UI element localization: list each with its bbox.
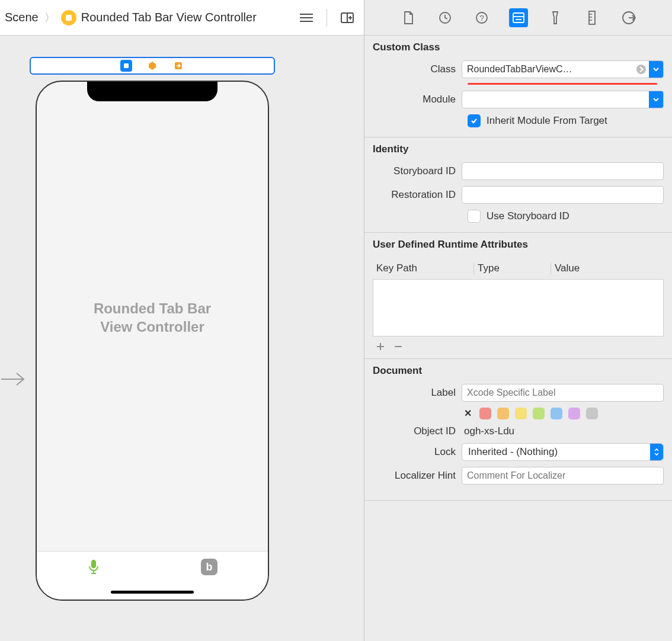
module-label: Module: [373, 94, 462, 105]
custom-class-title: Custom Class: [373, 41, 664, 53]
inspector-pane: ? Custom Class Class RoundedTabB: [364, 0, 672, 641]
localizer-hint-input[interactable]: [462, 467, 664, 485]
lock-select[interactable]: Inherited - (Nothing): [462, 443, 664, 461]
chevron-right-icon: 〉: [43, 11, 56, 25]
entry-point-arrow-icon: [1, 370, 26, 390]
lock-label: Lock: [373, 446, 462, 458]
use-storyboard-id-checkbox[interactable]: [468, 210, 481, 223]
class-underline-annotation: [468, 83, 657, 85]
restoration-id-label: Restoration ID: [373, 189, 462, 201]
svg-rect-8: [124, 63, 129, 68]
identity-inspector-tab[interactable]: [509, 8, 528, 27]
object-id-label: Object ID: [373, 425, 462, 437]
document-label-label: Label: [373, 387, 462, 399]
color-swatch-red[interactable]: [479, 408, 491, 419]
inherit-module-label: Inherit Module From Target: [487, 115, 607, 127]
scene-header[interactable]: [30, 57, 275, 75]
class-dropdown-button[interactable]: [649, 61, 663, 78]
color-swatch-blue[interactable]: [551, 408, 562, 419]
attributes-inspector-tab[interactable]: [546, 8, 565, 27]
device-frame[interactable]: Rounded Tab Bar View Controller b: [36, 81, 269, 601]
color-swatch-orange[interactable]: [497, 408, 509, 419]
document-label-input[interactable]: [462, 384, 664, 402]
udra-add-button[interactable]: [375, 341, 386, 354]
view-controller-placeholder-label: Rounded Tab Bar View Controller: [37, 299, 268, 336]
svg-text:?: ?: [479, 14, 484, 23]
color-swatch-purple[interactable]: [568, 408, 580, 419]
adjust-editor-options-button[interactable]: [295, 7, 318, 28]
first-responder-icon[interactable]: [146, 60, 158, 72]
udra-col-type[interactable]: Type: [473, 262, 551, 274]
use-storyboard-id-label: Use Storyboard ID: [487, 210, 569, 222]
history-inspector-tab[interactable]: [436, 8, 455, 27]
canvas-pane: Scene 〉 Rounded Tab Bar View Controller: [0, 0, 364, 641]
lock-value: Inherited - (Nothing): [468, 446, 558, 458]
identity-title: Identity: [373, 143, 664, 155]
module-value[interactable]: [462, 91, 649, 108]
b-tab-icon[interactable]: b: [201, 559, 217, 575]
color-swatch-yellow[interactable]: [515, 408, 527, 419]
svg-rect-19: [589, 11, 595, 24]
storyboard-id-label: Storyboard ID: [373, 165, 462, 177]
color-swatch-green[interactable]: [533, 408, 545, 419]
svg-point-25: [636, 65, 646, 74]
breadcrumb-bar: Scene 〉 Rounded Tab Bar View Controller: [0, 0, 364, 36]
color-swatch-clear[interactable]: ✕: [462, 408, 473, 419]
udra-table-header: Key Path Type Value: [373, 258, 664, 280]
device-notch: [87, 81, 217, 101]
file-inspector-tab[interactable]: [399, 8, 418, 27]
restoration-id-input[interactable]: [462, 186, 664, 204]
view-controller-scene-icon[interactable]: [120, 60, 132, 72]
module-combo[interactable]: [462, 91, 664, 108]
inherit-module-checkbox[interactable]: [468, 114, 481, 127]
placeholder-line-2: View Controller: [37, 318, 268, 336]
toolbar-divider: [327, 9, 327, 27]
udra-section: User Defined Runtime Attributes Key Path…: [364, 233, 672, 359]
view-controller-icon: [61, 10, 76, 25]
breadcrumb-scene[interactable]: Scene: [5, 11, 39, 24]
microphone-icon[interactable]: [87, 559, 100, 577]
udra-table-body[interactable]: [373, 280, 664, 336]
lock-dropdown-icon[interactable]: [650, 444, 663, 460]
home-indicator: [111, 591, 194, 594]
document-title: Document: [373, 365, 664, 377]
svg-rect-10: [91, 560, 96, 568]
add-editor-button[interactable]: [335, 7, 359, 28]
localizer-hint-label: Localizer Hint: [373, 470, 462, 482]
size-inspector-tab[interactable]: [583, 8, 601, 27]
svg-rect-16: [513, 13, 524, 23]
identity-section: Identity Storyboard ID Restoration ID Us…: [364, 137, 672, 233]
class-jump-arrow-icon[interactable]: [633, 61, 649, 78]
object-id-value: ogh-xs-Ldu: [462, 425, 514, 437]
storyboard-id-input[interactable]: [462, 162, 664, 180]
class-label: Class: [373, 63, 462, 75]
connections-inspector-tab[interactable]: [619, 8, 638, 27]
class-value[interactable]: RoundedTabBarViewC…: [462, 61, 633, 78]
class-combo[interactable]: RoundedTabBarViewC…: [462, 60, 664, 78]
breadcrumb-controller[interactable]: Rounded Tab Bar View Controller: [81, 11, 257, 24]
document-section: Document Label ✕: [364, 359, 672, 501]
custom-class-section: Custom Class Class RoundedTabBarViewC…: [364, 36, 672, 137]
udra-title: User Defined Runtime Attributes: [373, 239, 664, 251]
storyboard-canvas[interactable]: Rounded Tab Bar View Controller b: [0, 36, 364, 641]
udra-remove-button[interactable]: [393, 341, 404, 354]
udra-col-keypath[interactable]: Key Path: [373, 262, 473, 274]
module-dropdown-button[interactable]: [649, 91, 663, 108]
color-swatch-gray[interactable]: [586, 408, 598, 419]
placeholder-line-1: Rounded Tab Bar: [37, 299, 268, 318]
inspector-tabs: ?: [364, 0, 672, 36]
udra-col-value[interactable]: Value: [551, 262, 664, 274]
help-inspector-tab[interactable]: ?: [472, 8, 491, 27]
exit-icon[interactable]: [172, 60, 184, 72]
